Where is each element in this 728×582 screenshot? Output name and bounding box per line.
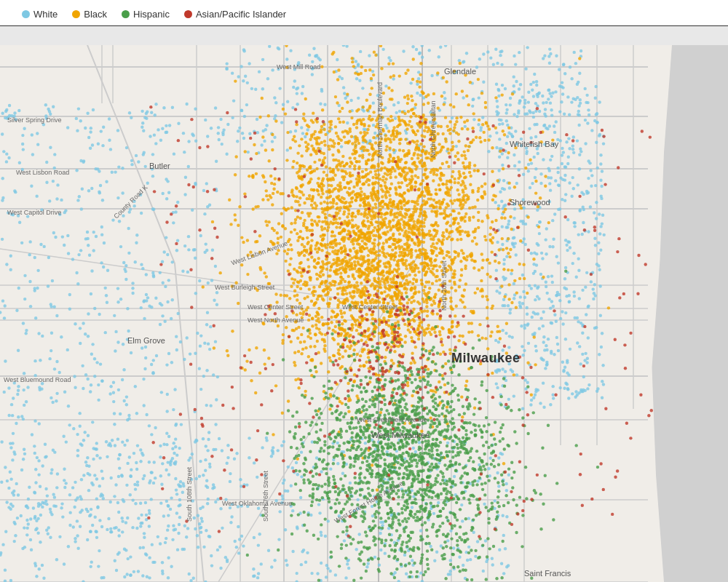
area-label-1: Whitefish Bay (510, 140, 558, 148)
legend-dot-asian (184, 10, 192, 18)
legend-item-asian: Asian/Pacific Islander (184, 9, 286, 20)
legend-dot-black (72, 10, 80, 18)
area-label-3: Butler (149, 162, 170, 170)
street-label-10: West Bluemound Road (4, 376, 71, 383)
street-label-9: West North Avenue (248, 316, 304, 324)
legend: WhiteBlackHispanicAsian/Pacific Islander (0, 6, 728, 23)
map-area: West Mill RoadSilver Spring DriveWest Li… (0, 45, 728, 582)
legend-item-white: White (22, 9, 58, 20)
area-label-0: Glendale (444, 67, 476, 76)
legend-label-asian: Asian/Pacific Islander (196, 9, 286, 20)
area-label-2: Shorewood (510, 198, 550, 207)
street-label-18: North 20th Street (440, 260, 448, 311)
area-label-5: West Milwaukee (371, 431, 430, 439)
legend-label-black: Black (84, 9, 107, 20)
street-label-2: West Lisbon Road (16, 169, 69, 176)
map-container: WhiteBlackHispanicAsian/Pacific Islander… (0, 0, 728, 582)
city-label-milwaukee: Milwaukee (451, 351, 521, 366)
street-label-0: West Mill Road (277, 63, 320, 71)
street-label-11: West Greenfield Avenue (357, 416, 427, 423)
street-label-14: South 76th Street (262, 471, 269, 522)
legend-label-white: White (33, 9, 58, 20)
street-label-1: Silver Spring Drive (7, 116, 62, 124)
legend-item-black: Black (72, 9, 107, 20)
street-label-8: West Center Street (342, 303, 397, 311)
street-label-16: North Sherman Boulevard (376, 82, 384, 158)
street-label-12: West Oklahoma Avenue (222, 500, 292, 507)
street-label-17: North Ghreensaltan (430, 100, 437, 158)
street-label-3: West Capitol Drive (7, 209, 61, 216)
legend-label-hispanic: Hispanic (133, 9, 170, 20)
legend-item-hispanic: Hispanic (122, 9, 170, 20)
street-label-7: West Center Street (248, 303, 303, 311)
header: WhiteBlackHispanicAsian/Pacific Islander (0, 0, 728, 26)
area-label-4: Elm Grove (127, 336, 165, 345)
legend-dot-white (22, 10, 30, 18)
street-label-6: West Burleigh Street (215, 284, 274, 291)
street-label-13: South 108th Street (186, 467, 193, 522)
legend-dot-hispanic (122, 10, 130, 18)
area-label-6: Saint Francis (524, 569, 571, 578)
